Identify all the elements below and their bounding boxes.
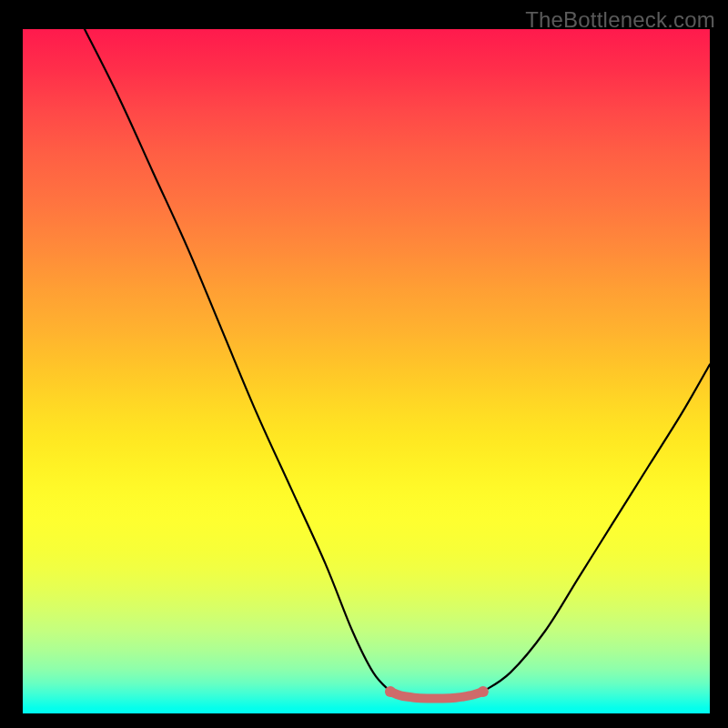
valley-end-dot	[478, 686, 489, 697]
curve-left-path	[85, 29, 390, 692]
curve-right-path	[483, 364, 710, 691]
watermark-text: TheBottleneck.com	[525, 7, 715, 33]
chart-frame: TheBottleneck.com	[0, 0, 728, 728]
chart-svg	[23, 29, 710, 713]
valley-end-dot	[385, 686, 396, 697]
valley-floor-path	[390, 692, 483, 699]
plot-area	[23, 29, 710, 713]
